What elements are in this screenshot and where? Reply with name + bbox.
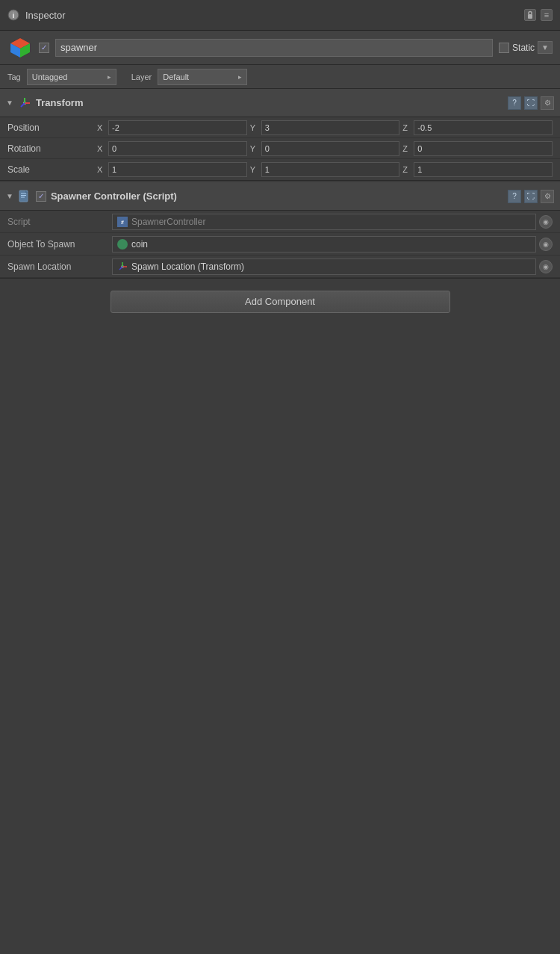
rotation-y-input[interactable] (261, 141, 400, 156)
tag-dropdown[interactable]: Untagged ▸ (27, 69, 116, 85)
spawn-location-text: Spawn Location (Transform) (131, 261, 244, 272)
spawner-gear-button[interactable]: ⚙ (541, 190, 554, 203)
position-z-item: Z (402, 120, 553, 135)
transform-help-button[interactable]: ? (508, 96, 521, 110)
object-header: ✓ Static ▼ (0, 31, 560, 65)
rotation-z-axis: Z (402, 144, 411, 153)
rotation-x-input[interactable] (108, 141, 247, 156)
title-bar-controls: ≡ (524, 9, 553, 21)
spawn-location-field-row: Spawn Location Spawn Location (Transform… (0, 255, 560, 278)
rotation-z-item: Z (402, 141, 553, 156)
spawner-collapse-arrow[interactable]: ▼ (6, 192, 13, 200)
position-x-axis: X (97, 123, 106, 132)
object-to-spawn-field-row: Object To Spawn coin ◉ (0, 233, 560, 255)
static-dropdown-button[interactable]: ▼ (538, 41, 553, 54)
spawn-location-label: Spawn Location (7, 261, 112, 272)
scale-row: Scale X Y Z (0, 159, 560, 180)
coin-icon (117, 239, 128, 250)
object-enabled-checkbox[interactable]: ✓ (39, 43, 49, 53)
scale-label: Scale (7, 164, 97, 175)
script-field-label: Script (7, 217, 112, 227)
static-checkbox[interactable] (499, 43, 509, 53)
spawner-settings-button[interactable]: ⛶ (524, 190, 538, 203)
scale-xyz: X Y Z (97, 162, 553, 177)
scale-z-axis: Z (402, 165, 411, 174)
layer-dropdown-arrow: ▸ (238, 73, 242, 81)
script-file-icon (18, 190, 31, 203)
transform-title: Transform (36, 97, 84, 108)
position-z-input[interactable] (414, 120, 553, 135)
rotation-x-axis: X (97, 144, 106, 153)
spawner-controller-title: Spawner Controller (Script) (51, 191, 177, 202)
inspector-icon: i (7, 9, 19, 21)
transform-icon (18, 96, 31, 110)
spawn-location-transform-icon (117, 261, 128, 272)
lock-button[interactable] (524, 9, 536, 21)
add-component-button[interactable]: Add Component (111, 291, 450, 313)
scale-z-item: Z (402, 162, 553, 177)
position-x-input[interactable] (108, 120, 247, 135)
rotation-z-input[interactable] (414, 141, 553, 156)
object-to-spawn-picker-button[interactable]: ◉ (539, 238, 553, 251)
scale-x-input[interactable] (108, 162, 247, 177)
rotation-row: Rotation X Y Z (0, 138, 560, 159)
script-field-row: Script # SpawnerController ◉ (0, 211, 560, 233)
transform-panel: ▼ Transform ? ⛶ ⚙ Position X Y (0, 89, 560, 181)
position-row: Position X Y Z (0, 117, 560, 138)
menu-button[interactable]: ≡ (541, 9, 553, 21)
tag-label: Tag (7, 72, 21, 81)
scale-x-axis: X (97, 165, 106, 174)
static-section: Static ▼ (499, 41, 553, 54)
tag-dropdown-arrow: ▸ (108, 73, 111, 81)
svg-rect-2 (528, 14, 532, 19)
transform-header[interactable]: ▼ Transform ? ⛶ ⚙ (0, 89, 560, 117)
script-field-value: # SpawnerController (112, 214, 536, 230)
title-bar: i Inspector ≡ (0, 0, 560, 31)
script-value-text: SpawnerController (131, 217, 205, 227)
scale-y-item: Y (250, 162, 400, 177)
title-bar-title: Inspector (25, 10, 65, 21)
unity-cube-icon (7, 35, 33, 61)
transform-gear-button[interactable]: ⚙ (541, 96, 554, 110)
object-to-spawn-label: Object To Spawn (7, 239, 112, 250)
tag-layer-row: Tag Untagged ▸ Layer Default ▸ (0, 65, 560, 89)
position-x-item: X (97, 120, 247, 135)
position-xyz: X Y Z (97, 120, 553, 135)
script-picker-button[interactable]: ◉ (539, 215, 553, 229)
spawn-location-picker-button[interactable]: ◉ (539, 260, 553, 273)
position-y-input[interactable] (261, 120, 400, 135)
rotation-y-item: Y (250, 141, 400, 156)
svg-text:#: # (121, 220, 124, 225)
spawner-controller-header[interactable]: ▼ ✓ Spawner Controller (Script) ? ⛶ ⚙ (0, 182, 560, 211)
spawner-enabled-checkbox[interactable]: ✓ (36, 191, 46, 202)
transform-collapse-arrow[interactable]: ▼ (6, 99, 13, 107)
transform-header-buttons: ? ⛶ ⚙ (508, 96, 554, 110)
position-label: Position (7, 123, 97, 133)
rotation-label: Rotation (7, 143, 97, 154)
scale-z-input[interactable] (414, 162, 553, 177)
rotation-x-item: X (97, 141, 247, 156)
svg-line-10 (21, 103, 25, 107)
object-to-spawn-value: coin (112, 236, 536, 253)
transform-settings-button[interactable]: ⛶ (524, 96, 538, 110)
object-to-spawn-text: coin (131, 239, 148, 250)
scale-x-item: X (97, 162, 247, 177)
spawner-controller-header-buttons: ? ⛶ ⚙ (508, 190, 554, 203)
position-y-axis: Y (250, 123, 259, 132)
script-cs-icon: # (117, 217, 128, 227)
rotation-y-axis: Y (250, 144, 259, 153)
object-name-input[interactable] (55, 39, 493, 57)
spawn-location-value: Spawn Location (Transform) (112, 258, 536, 275)
spawner-help-button[interactable]: ? (508, 190, 521, 203)
layer-label: Layer (131, 72, 152, 81)
svg-line-22 (119, 267, 122, 270)
scale-y-axis: Y (250, 165, 259, 174)
spawner-controller-panel: ▼ ✓ Spawner Controller (Script) ? ⛶ ⚙ Sc… (0, 182, 560, 279)
static-label: Static (512, 43, 535, 53)
rotation-xyz: X Y Z (97, 141, 553, 156)
position-z-axis: Z (402, 123, 411, 132)
layer-dropdown[interactable]: Default ▸ (158, 69, 247, 85)
scale-y-input[interactable] (261, 162, 400, 177)
svg-text:i: i (13, 12, 15, 19)
position-y-item: Y (250, 120, 400, 135)
